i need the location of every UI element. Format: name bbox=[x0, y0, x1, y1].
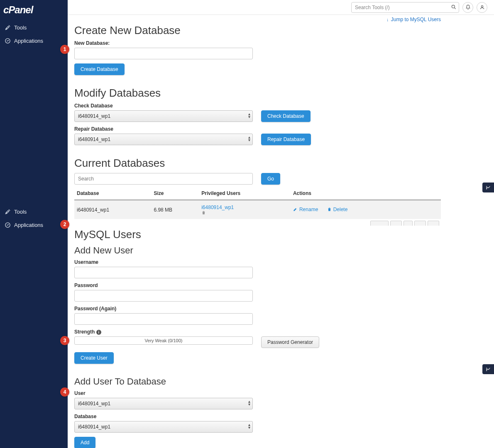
topbar bbox=[68, 0, 494, 15]
search-wrap bbox=[351, 2, 459, 13]
sidebar-nav-primary: Tools Applications bbox=[0, 18, 68, 50]
trash-icon bbox=[327, 207, 332, 212]
applications-icon bbox=[4, 222, 11, 228]
cell-size: 6.98 MB bbox=[151, 200, 199, 219]
side-tab-1[interactable] bbox=[482, 183, 494, 192]
databases-table: Database Size Privileged Users Actions i… bbox=[74, 187, 441, 219]
page-num[interactable] bbox=[404, 221, 413, 226]
strength-meter: Very Weak (0/100) bbox=[74, 336, 253, 345]
user-select-label: User bbox=[74, 390, 441, 396]
brand-text: cPanel bbox=[3, 4, 33, 15]
check-db-select[interactable]: i6480914_wp1 bbox=[74, 110, 253, 122]
sidebar-item-applications-2[interactable]: Applications bbox=[0, 218, 68, 231]
th-users: Privileged Users bbox=[199, 187, 291, 200]
db-select-label: Database bbox=[74, 414, 441, 419]
repair-database-button[interactable]: Repair Database bbox=[261, 134, 311, 145]
strength-label: Strength i bbox=[74, 329, 441, 335]
password-again-label: Password (Again) bbox=[74, 306, 441, 312]
go-button[interactable]: Go bbox=[261, 173, 280, 185]
arrow-down-icon: ↓ bbox=[386, 17, 389, 22]
chart-icon bbox=[486, 185, 491, 190]
password-again-input[interactable] bbox=[74, 313, 253, 325]
side-tab-2[interactable] bbox=[482, 364, 494, 374]
applications-icon bbox=[4, 37, 11, 44]
chart-icon bbox=[486, 367, 491, 372]
current-db-title: Current Databases bbox=[74, 157, 441, 170]
content: ↓ Jump to MySQL Users Create New Databas… bbox=[68, 15, 494, 448]
sidebar-item-tools[interactable]: Tools bbox=[0, 21, 68, 34]
username-input[interactable] bbox=[74, 267, 253, 278]
create-db-title: Create New Database bbox=[74, 24, 441, 37]
brand-logo: cPanel bbox=[0, 0, 68, 18]
check-database-button[interactable]: Check Database bbox=[261, 110, 311, 122]
user-select[interactable]: i6480914_wp1 bbox=[74, 398, 253, 409]
th-actions: Actions bbox=[291, 187, 441, 200]
annotation-badge-1: 1 bbox=[60, 45, 69, 54]
password-generator-button[interactable]: Password Generator bbox=[261, 336, 319, 348]
th-size: Size bbox=[151, 187, 199, 200]
delete-button[interactable]: Delete bbox=[327, 207, 348, 212]
account-button[interactable] bbox=[477, 2, 487, 13]
sidebar-nav-secondary: Tools Applications bbox=[0, 202, 68, 234]
user-icon bbox=[479, 5, 485, 10]
password-input[interactable] bbox=[74, 290, 253, 302]
sidebar-item-label: Tools bbox=[14, 209, 27, 215]
pagination-stub bbox=[74, 221, 441, 226]
page-size-select[interactable] bbox=[370, 221, 389, 226]
mysql-users-title: MySQL Users bbox=[74, 228, 441, 241]
cell-actions: Rename Delete bbox=[291, 200, 441, 219]
modify-db-title: Modify Databases bbox=[74, 87, 441, 100]
jump-link-text: Jump to MySQL Users bbox=[391, 17, 441, 22]
add-button[interactable]: Add bbox=[74, 437, 95, 448]
svg-point-2 bbox=[452, 5, 455, 8]
table-row: i6480914_wp1 6.98 MB i6480914_wp1 Rename bbox=[74, 200, 441, 219]
bell-icon bbox=[465, 5, 471, 10]
username-label: Username bbox=[74, 259, 441, 265]
search-input[interactable] bbox=[351, 2, 459, 13]
pencil-icon bbox=[293, 207, 298, 212]
current-db-search[interactable] bbox=[74, 173, 253, 185]
rename-button[interactable]: Rename bbox=[293, 207, 318, 212]
tools-icon bbox=[4, 208, 11, 215]
annotation-badge-2: 2 bbox=[60, 220, 69, 229]
annotation-badge-4: 4 bbox=[60, 387, 69, 397]
password-label: Password bbox=[74, 282, 441, 288]
sidebar: cPanel Tools Applications Tools bbox=[0, 0, 68, 448]
page-prev[interactable] bbox=[390, 221, 402, 226]
strength-text: Very Weak (0/100) bbox=[145, 338, 183, 343]
page-next[interactable] bbox=[414, 221, 426, 226]
user-select-value: i6480914_wp1 bbox=[78, 401, 110, 407]
create-user-button[interactable]: Create User bbox=[74, 352, 114, 364]
th-database: Database bbox=[74, 187, 151, 200]
annotation-badge-3: 3 bbox=[60, 336, 69, 345]
notifications-button[interactable] bbox=[462, 2, 473, 13]
main: ↓ Jump to MySQL Users Create New Databas… bbox=[68, 0, 494, 448]
cell-db: i6480914_wp1 bbox=[74, 200, 151, 219]
info-icon[interactable]: i bbox=[96, 330, 101, 335]
page-last[interactable] bbox=[428, 221, 439, 226]
check-db-label: Check Database bbox=[74, 103, 441, 109]
repair-db-select[interactable]: i6480914_wp1 bbox=[74, 134, 253, 145]
new-db-label: New Database: bbox=[74, 40, 441, 46]
tools-icon bbox=[4, 24, 11, 31]
privileged-user-link[interactable]: i6480914_wp1 bbox=[201, 205, 234, 210]
add-user-db-title: Add User To Database bbox=[74, 376, 441, 387]
jump-to-users-link[interactable]: ↓ Jump to MySQL Users bbox=[386, 17, 441, 22]
cell-user: i6480914_wp1 bbox=[199, 200, 291, 219]
sidebar-item-applications[interactable]: Applications bbox=[0, 34, 68, 47]
sidebar-item-label: Applications bbox=[14, 222, 43, 228]
create-database-button[interactable]: Create Database bbox=[74, 63, 125, 75]
check-db-value: i6480914_wp1 bbox=[78, 113, 110, 119]
svg-point-3 bbox=[481, 5, 483, 7]
search-icon[interactable] bbox=[451, 4, 457, 10]
trash-icon[interactable] bbox=[201, 210, 288, 215]
repair-db-label: Repair Database bbox=[74, 126, 441, 132]
sidebar-item-label: Tools bbox=[14, 24, 27, 31]
sidebar-item-label: Applications bbox=[14, 38, 43, 44]
sidebar-item-tools-2[interactable]: Tools bbox=[0, 205, 68, 218]
db-select[interactable]: i6480914_wp1 bbox=[74, 421, 253, 433]
new-db-input[interactable] bbox=[74, 48, 253, 59]
repair-db-value: i6480914_wp1 bbox=[78, 136, 110, 142]
db-select-value: i6480914_wp1 bbox=[78, 424, 110, 430]
add-user-title: Add New User bbox=[74, 245, 441, 256]
